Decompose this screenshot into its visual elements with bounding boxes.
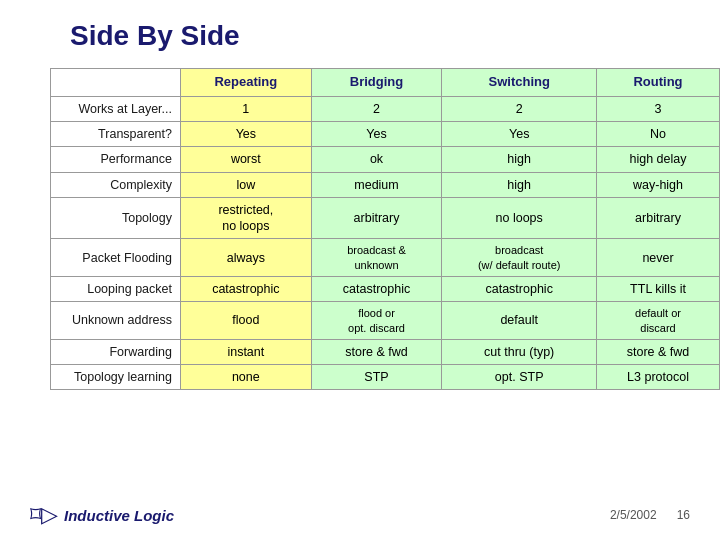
cell-5-bridging: broadcast & unknown xyxy=(311,239,442,277)
cell-6-routing: TTL kills it xyxy=(597,276,720,301)
table-row: Topology restricted, no loops arbitrary … xyxy=(51,197,720,239)
cell-7-routing: default or discard xyxy=(597,302,720,340)
row-label-1: Transparent? xyxy=(51,122,181,147)
cell-8-routing: store & fwd xyxy=(597,339,720,364)
cell-7-bridging: flood or opt. discard xyxy=(311,302,442,340)
comparison-table: Repeating Bridging Switching Routing Wor… xyxy=(50,68,720,390)
cell-3-bridging: medium xyxy=(311,172,442,197)
row-label-8: Forwarding xyxy=(51,339,181,364)
cell-0-switching: 2 xyxy=(442,96,597,121)
logo-icon: ⌑▷ xyxy=(30,502,58,528)
cell-9-bridging: STP xyxy=(311,365,442,390)
cell-1-bridging: Yes xyxy=(311,122,442,147)
footer-page: 16 xyxy=(677,508,690,522)
table-row: Forwarding instant store & fwd cut thru … xyxy=(51,339,720,364)
cell-2-repeating: worst xyxy=(181,147,312,172)
row-label-6: Looping packet xyxy=(51,276,181,301)
header-bridging: Bridging xyxy=(311,69,442,97)
table-row: Packet Flooding always broadcast & unkno… xyxy=(51,239,720,277)
cell-0-repeating: 1 xyxy=(181,96,312,121)
table-row: Looping packet catastrophic catastrophic… xyxy=(51,276,720,301)
cell-1-repeating: Yes xyxy=(181,122,312,147)
table-wrapper: Repeating Bridging Switching Routing Wor… xyxy=(50,68,690,390)
cell-9-switching: opt. STP xyxy=(442,365,597,390)
table-header-row: Repeating Bridging Switching Routing xyxy=(51,69,720,97)
row-label-5: Packet Flooding xyxy=(51,239,181,277)
cell-7-switching: default xyxy=(442,302,597,340)
cell-1-switching: Yes xyxy=(442,122,597,147)
cell-2-switching: high xyxy=(442,147,597,172)
cell-0-bridging: 2 xyxy=(311,96,442,121)
footer-date: 2/5/2002 xyxy=(610,508,657,522)
table-row: Performance worst ok high high delay xyxy=(51,147,720,172)
table-row: Transparent? Yes Yes Yes No xyxy=(51,122,720,147)
cell-0-routing: 3 xyxy=(597,96,720,121)
row-label-4: Topology xyxy=(51,197,181,239)
logo: ⌑▷ Inductive Logic xyxy=(30,502,174,528)
cell-5-routing: never xyxy=(597,239,720,277)
row-label-3: Complexity xyxy=(51,172,181,197)
footer: ⌑▷ Inductive Logic 2/5/2002 16 xyxy=(0,502,720,528)
cell-4-repeating: restricted, no loops xyxy=(181,197,312,239)
cell-4-routing: arbitrary xyxy=(597,197,720,239)
header-routing: Routing xyxy=(597,69,720,97)
table-row: Complexity low medium high way-high xyxy=(51,172,720,197)
footer-right: 2/5/2002 16 xyxy=(610,508,690,522)
cell-4-switching: no loops xyxy=(442,197,597,239)
row-label-2: Performance xyxy=(51,147,181,172)
row-label-9: Topology learning xyxy=(51,365,181,390)
cell-9-routing: L3 protocol xyxy=(597,365,720,390)
cell-4-bridging: arbitrary xyxy=(311,197,442,239)
cell-8-switching: cut thru (typ) xyxy=(442,339,597,364)
cell-7-repeating: flood xyxy=(181,302,312,340)
cell-1-routing: No xyxy=(597,122,720,147)
cell-5-switching: broadcast (w/ default route) xyxy=(442,239,597,277)
cell-2-bridging: ok xyxy=(311,147,442,172)
table-row: Topology learning none STP opt. STP L3 p… xyxy=(51,365,720,390)
page: Side By Side Repeating Bridging Switchin… xyxy=(0,0,720,540)
cell-5-repeating: always xyxy=(181,239,312,277)
row-label-7: Unknown address xyxy=(51,302,181,340)
cell-3-repeating: low xyxy=(181,172,312,197)
row-label-0: Works at Layer... xyxy=(51,96,181,121)
page-title: Side By Side xyxy=(70,20,690,52)
cell-3-switching: high xyxy=(442,172,597,197)
cell-3-routing: way-high xyxy=(597,172,720,197)
header-repeating: Repeating xyxy=(181,69,312,97)
table-row: Works at Layer... 1 2 2 3 xyxy=(51,96,720,121)
cell-6-switching: catastrophic xyxy=(442,276,597,301)
cell-8-bridging: store & fwd xyxy=(311,339,442,364)
logo-text: Inductive Logic xyxy=(64,507,174,524)
cell-6-bridging: catastrophic xyxy=(311,276,442,301)
table-row: Unknown address flood flood or opt. disc… xyxy=(51,302,720,340)
cell-8-repeating: instant xyxy=(181,339,312,364)
cell-9-repeating: none xyxy=(181,365,312,390)
header-switching: Switching xyxy=(442,69,597,97)
cell-2-routing: high delay xyxy=(597,147,720,172)
cell-6-repeating: catastrophic xyxy=(181,276,312,301)
